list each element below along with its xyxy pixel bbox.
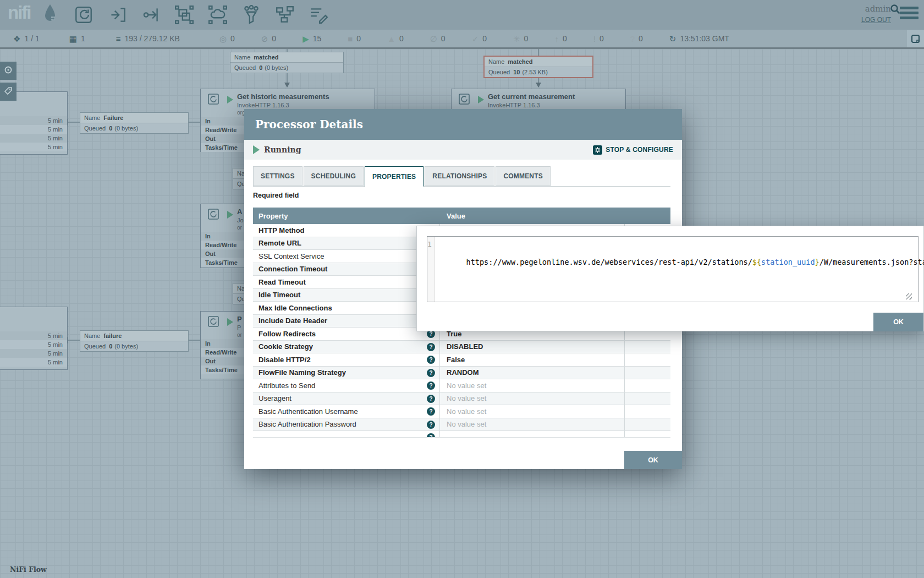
- breadcrumb[interactable]: NiFi Flow: [10, 565, 47, 574]
- status-item: ■ 0: [348, 34, 361, 43]
- connection-label[interactable]: NameFailure Queued0(0 bytes): [80, 112, 189, 134]
- birdseye-icon: [4, 66, 13, 77]
- processor-type: InvokeHTTP 1.16.3: [488, 102, 540, 108]
- processor[interactable]: 5 min 5 min 5 min 5 min: [0, 307, 68, 370]
- tab[interactable]: PROPERTIES: [365, 166, 424, 187]
- bulletin-board-icon[interactable]: [907, 30, 924, 47]
- property-row: Useragent ? No value set: [253, 392, 670, 406]
- dialog-status-bar: Running STOP & CONFIGURE: [244, 140, 682, 160]
- property-row: Attributes to Send ? No value set: [253, 379, 670, 392]
- navigate-panel[interactable]: [0, 62, 16, 80]
- connection-arrow: [284, 83, 290, 88]
- tab[interactable]: SCHEDULING: [304, 166, 364, 186]
- run-status-icon: [478, 96, 484, 103]
- dialog-title: Processor Details: [255, 118, 363, 131]
- status-icon: ▶: [302, 35, 309, 43]
- nifi-logo: nifi: [8, 2, 30, 23]
- search-icon[interactable]: [890, 4, 901, 17]
- operate-panel[interactable]: [0, 83, 16, 101]
- processor-type-icon: [207, 208, 219, 222]
- status-icon: ↻: [669, 35, 676, 43]
- value-column-header: Value: [440, 212, 465, 220]
- help-icon[interactable]: ?: [427, 407, 435, 416]
- status-item: ↑ 0: [554, 34, 566, 43]
- status-item: ∅ 0: [430, 34, 446, 43]
- processor-type: Jo: [237, 217, 244, 223]
- help-icon[interactable]: ?: [427, 421, 435, 429]
- remote-process-group-icon[interactable]: [207, 4, 228, 25]
- logout-link[interactable]: LOG OUT: [861, 16, 891, 24]
- status-item: ▶ 15: [302, 34, 321, 43]
- run-status-icon: [227, 318, 233, 326]
- processor-name: Get historic measurements: [237, 92, 329, 101]
- ok-button[interactable]: OK: [624, 451, 682, 469]
- connection-label[interactable]: Namematched Queued10(2.53 KB): [483, 56, 593, 78]
- property-value: RANDOM: [447, 368, 479, 377]
- code-segment: https://www.pegelonline.wsv.de/webservic…: [466, 258, 752, 266]
- property-column-header: Property: [253, 212, 440, 220]
- nifi-droplet-icon: [43, 3, 57, 25]
- property-name: Attributes to Send: [258, 381, 315, 390]
- global-menu-icon[interactable]: [900, 7, 919, 21]
- help-icon[interactable]: ?: [427, 369, 435, 377]
- table-header: Property Value: [253, 208, 670, 224]
- status-icon: ≡: [116, 35, 121, 43]
- property-value: No value set: [447, 394, 486, 402]
- status-item: ▲ 0: [387, 34, 404, 43]
- property-value: False: [447, 356, 465, 364]
- property-name: FlowFile Naming Strategy: [258, 368, 346, 377]
- processor-name: A: [237, 208, 242, 216]
- tab[interactable]: RELATIONSHIPS: [425, 166, 494, 186]
- status-icon: ▲: [387, 35, 395, 43]
- processor-name: P: [237, 315, 242, 323]
- connection-label[interactable]: Namematched Queued0(0 bytes): [230, 52, 344, 73]
- help-icon[interactable]: ?: [427, 433, 435, 438]
- process-group-icon[interactable]: [174, 4, 195, 25]
- status-icon: ◎: [219, 35, 227, 43]
- status-icon: ✳: [513, 35, 520, 43]
- property-value: DISABLED: [447, 342, 483, 351]
- code-segment: }: [815, 258, 820, 266]
- processor-type: InvokeHTTP 1.16.3: [237, 102, 289, 108]
- property-row: Disable HTTP/2 ? False: [253, 353, 670, 367]
- output-port-icon[interactable]: [140, 4, 161, 25]
- property-name: Idle Timeout: [258, 291, 300, 299]
- help-icon[interactable]: ?: [427, 356, 435, 364]
- property-name: HTTP Method: [258, 226, 305, 235]
- help-icon[interactable]: ?: [427, 343, 435, 351]
- processor-bundle: or: [237, 332, 242, 338]
- template-icon[interactable]: [274, 4, 295, 25]
- processor-type: P: [237, 324, 241, 331]
- property-row: Basic Authentication Password ? No value…: [253, 418, 670, 432]
- processor-type-icon: [207, 315, 219, 330]
- status-icon: ✓: [472, 35, 479, 43]
- processor-icon[interactable]: [73, 4, 94, 25]
- connection-label[interactable]: Namefailure Queued0(0 bytes): [80, 330, 189, 352]
- funnel-icon[interactable]: [241, 4, 262, 25]
- stop-and-configure-button[interactable]: STOP & CONFIGURE: [593, 145, 673, 155]
- resize-handle-icon[interactable]: [906, 293, 912, 299]
- processor[interactable]: 5 min 5 min 5 min 5 min: [0, 91, 68, 155]
- tab[interactable]: SETTINGS: [253, 166, 302, 186]
- editor-ok-button[interactable]: OK: [873, 313, 923, 331]
- editor-value-text[interactable]: https://www.pegelonline.wsv.de/webservic…: [435, 237, 924, 302]
- processor-bundle: or: [237, 225, 242, 231]
- processor-name: Get current measurement: [488, 92, 575, 101]
- dialog-tabs: SETTINGS SCHEDULING PROPERTIES RELATIONS…: [253, 166, 670, 187]
- label-icon[interactable]: [308, 4, 329, 25]
- property-name: Useragent: [258, 394, 292, 402]
- status-item: ✳ 0: [513, 34, 528, 43]
- property-name: Connection Timeout: [258, 265, 327, 273]
- input-port-icon[interactable]: [107, 4, 128, 25]
- status-icon: !: [593, 35, 596, 43]
- code-segment: station_uuid: [761, 258, 815, 266]
- label-tag-icon: [4, 86, 13, 97]
- expression-editor[interactable]: 1 https://www.pegelonline.wsv.de/webserv…: [427, 236, 919, 302]
- run-state-label: Running: [264, 145, 301, 154]
- property-value: No value set: [447, 381, 486, 390]
- help-icon[interactable]: ?: [427, 381, 435, 390]
- status-item: ▦ 1: [69, 34, 85, 43]
- status-icon: ↑: [554, 35, 559, 43]
- help-icon[interactable]: ?: [427, 395, 435, 403]
- tab[interactable]: COMMENTS: [496, 166, 551, 186]
